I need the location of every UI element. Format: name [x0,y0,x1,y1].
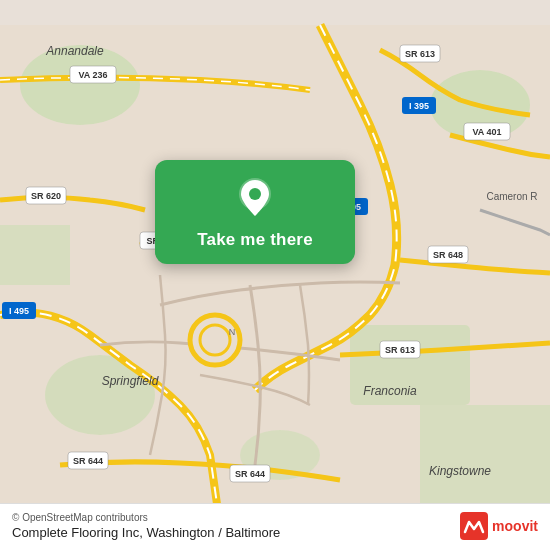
svg-point-41 [249,188,261,200]
svg-text:SR 613: SR 613 [385,345,415,355]
svg-text:SR 644: SR 644 [73,456,103,466]
bottom-info: © OpenStreetMap contributors Complete Fl… [12,512,280,540]
take-me-there-label: Take me there [197,230,313,250]
location-text: Complete Flooring Inc, Washington / Balt… [12,525,280,540]
svg-text:Springfield: Springfield [102,374,159,388]
bottom-bar: © OpenStreetMap contributors Complete Fl… [0,503,550,550]
map-svg: VA 236 I 395 SR 613 I 395 VA 401 SR 620 … [0,0,550,550]
moovit-logo: moovit [460,512,538,540]
moovit-text: moovit [492,518,538,534]
svg-text:VA 401: VA 401 [472,127,501,137]
moovit-icon [460,512,488,540]
svg-text:SR 648: SR 648 [433,250,463,260]
svg-text:I 395: I 395 [409,101,429,111]
take-me-there-card[interactable]: Take me there [155,160,355,264]
svg-point-9 [200,325,230,355]
copyright-text: © OpenStreetMap contributors [12,512,280,523]
map-container: VA 236 I 395 SR 613 I 395 VA 401 SR 620 … [0,0,550,550]
svg-text:I 495: I 495 [9,306,29,316]
pin-icon [233,176,277,220]
svg-text:Kingstowne: Kingstowne [429,464,491,478]
svg-text:Franconia: Franconia [363,384,417,398]
svg-rect-5 [0,225,70,285]
svg-text:SR 620: SR 620 [31,191,61,201]
svg-text:SR 644: SR 644 [235,469,265,479]
svg-text:Cameron R: Cameron R [486,191,537,202]
svg-text:N: N [229,327,236,337]
svg-text:VA 236: VA 236 [78,70,107,80]
svg-rect-42 [460,512,488,540]
svg-text:Annandale: Annandale [45,44,104,58]
svg-text:SR 613: SR 613 [405,49,435,59]
